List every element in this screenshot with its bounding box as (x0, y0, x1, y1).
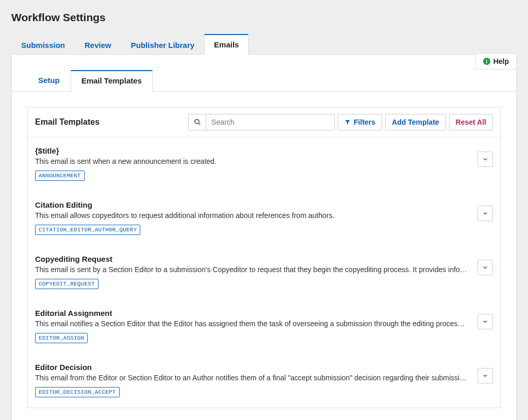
tab-emails[interactable]: Emails (204, 34, 249, 55)
svg-point-0 (194, 120, 199, 124)
primary-tabs: Submission Review Publisher Library Emai… (11, 34, 517, 54)
tab-submission[interactable]: Submission (11, 35, 75, 55)
template-item: {$title} This email is sent when a new a… (28, 137, 500, 191)
template-list: {$title} This email is sent when a new a… (28, 137, 500, 408)
expand-button[interactable] (477, 152, 493, 167)
template-name: Citation Editing (35, 200, 493, 209)
search-input[interactable] (206, 114, 335, 130)
template-key-badge: ANNOUNCEMENT (35, 171, 85, 181)
template-description: This email allows copyeditors to request… (35, 211, 493, 220)
template-description: This email from the Editor or Section Ed… (35, 374, 493, 382)
chevron-down-icon (482, 373, 488, 379)
template-item: Editorial Assignment This email notifies… (28, 299, 500, 354)
secondary-tabs: Setup Email Templates (12, 55, 516, 92)
search-icon (194, 119, 201, 126)
template-name: Editor Decision (35, 363, 493, 372)
filters-button[interactable]: Filters (338, 114, 382, 130)
reset-all-button[interactable]: Reset All (449, 114, 493, 130)
table-title: Email Templates (35, 117, 100, 127)
chevron-down-icon (482, 264, 488, 271)
email-templates-table: Email Templates Filters (27, 107, 501, 408)
expand-button[interactable] (477, 206, 493, 221)
expand-button[interactable] (477, 368, 493, 383)
template-key-badge: CITATION_EDITOR_AUTHOR_QUERY (35, 225, 140, 235)
search-button[interactable] (188, 114, 206, 130)
page-title: Workflow Settings (11, 11, 517, 24)
template-key-badge: EDITOR_DECISION_ACCEPT (35, 387, 120, 397)
info-icon: i (483, 58, 490, 65)
tab-email-templates[interactable]: Email Templates (71, 70, 153, 92)
chevron-down-icon (482, 318, 488, 325)
svg-line-1 (198, 123, 200, 125)
filter-icon (344, 119, 351, 125)
tab-setup[interactable]: Setup (27, 70, 71, 92)
template-description: This email notifies a Section Editor tha… (35, 320, 493, 328)
template-description: This email is sent when a new announceme… (35, 157, 493, 165)
tab-review[interactable]: Review (75, 35, 121, 55)
help-label: Help (493, 57, 509, 65)
template-key-badge: COPYEDIT_REQUEST (35, 279, 98, 289)
help-button[interactable]: i Help (475, 53, 517, 70)
template-name: Editorial Assignment (35, 309, 493, 317)
template-item: Citation Editing This email allows copye… (28, 191, 500, 245)
table-header: Email Templates Filters (28, 108, 500, 137)
expand-button[interactable] (477, 314, 493, 329)
template-description: This email is sent by a Section Editor t… (35, 265, 493, 274)
template-item: Editor Decision This email from the Edit… (28, 354, 500, 408)
template-name: Copyediting Request (35, 255, 493, 263)
template-name: {$title} (35, 146, 493, 155)
chevron-down-icon (482, 210, 488, 216)
main-panel: Setup Email Templates Email Templates (11, 54, 517, 420)
chevron-down-icon (482, 156, 488, 162)
tab-publisher-library[interactable]: Publisher Library (121, 35, 204, 55)
template-key-badge: EDITOR_ASSIGN (35, 333, 88, 343)
expand-button[interactable] (477, 260, 493, 275)
template-item: Copyediting Request This email is sent b… (28, 245, 500, 299)
add-template-button[interactable]: Add Template (385, 114, 446, 130)
filters-label: Filters (354, 118, 375, 126)
